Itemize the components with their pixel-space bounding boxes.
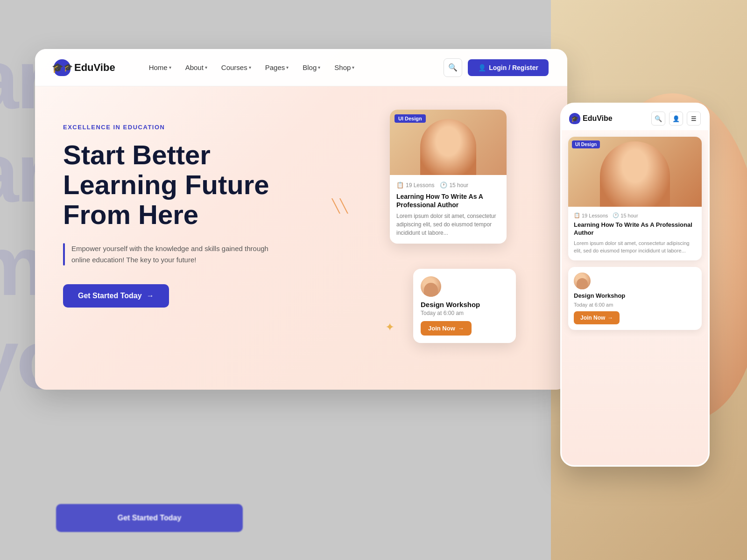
mobile-hours-meta: 🕐 15 hour [613, 212, 638, 218]
mobile-workshop-card: Design Workshop Today at 6:00 am Join No… [568, 267, 702, 330]
arrow-icon: → [458, 325, 464, 332]
hero-cards: ╲╲ ✦ UI Design 📋 19 Lessons 🕐 [287, 114, 544, 371]
hero-section: EXCELLENCE IN EDUCATION Start Better Lea… [35, 86, 567, 390]
chevron-down-icon: ▾ [205, 65, 207, 70]
mobile-content: UI Design 📋 19 Lessons 🕐 15 hour Learnin… [562, 130, 708, 336]
mobile-actions: 🔍 👤 ☰ [651, 112, 701, 126]
mobile-logo: 🎓 EduVibe [569, 113, 651, 124]
mobile-lessons-icon: 📋 [574, 212, 580, 218]
chevron-down-icon: ▾ [286, 65, 289, 70]
workshop-name: Design Workshop [421, 301, 508, 308]
course-card-image: UI Design [390, 110, 507, 175]
hours-meta: 🕐 15 hour [440, 182, 468, 189]
mobile-course-image: UI Design [568, 137, 702, 207]
search-button[interactable]: 🔍 [444, 58, 462, 77]
mobile-logo-icon: 🎓 [569, 113, 580, 124]
mobile-menu-button[interactable]: ☰ [687, 112, 701, 126]
logo-icon: 🎓 [54, 59, 70, 76]
mobile-course-person [600, 141, 670, 207]
hero-tag: EXCELLENCE IN EDUCATION [63, 124, 287, 131]
mobile-search-button[interactable]: 🔍 [651, 112, 665, 126]
nav-item-pages[interactable]: Pages ▾ [260, 61, 295, 74]
chevron-down-icon: ▾ [169, 65, 171, 70]
logo-text: EduVibe [74, 62, 115, 74]
course-card: UI Design 📋 19 Lessons 🕐 15 hour Learnin [390, 110, 507, 244]
chevron-down-icon: ▾ [318, 65, 320, 70]
mobile-logo-text: EduVibe [583, 114, 613, 123]
hero-quote-text: Empower yourself with the knowledge and … [71, 243, 287, 266]
mobile-course-badge: UI Design [572, 140, 600, 148]
course-meta: 📋 19 Lessons 🕐 15 hour [396, 182, 500, 189]
course-title: Learning How To Write As A Professional … [396, 192, 500, 209]
quote-bar [63, 243, 65, 266]
course-card-content: 📋 19 Lessons 🕐 15 hour Learning How To W… [390, 175, 507, 244]
course-person-image [420, 119, 476, 175]
nav-item-about[interactable]: About ▾ [180, 61, 213, 74]
mobile-course-title: Learning How To Write As A Professional … [574, 221, 696, 237]
mobile-join-now-button[interactable]: Join Now → [574, 311, 620, 324]
mobile-lessons-meta: 📋 19 Lessons [574, 212, 608, 218]
workshop-avatar [421, 276, 441, 297]
mobile-course-desc: Lorem ipsum dolor sit amet, consectetur … [574, 239, 696, 255]
mobile-workshop-avatar [574, 273, 591, 289]
nav-item-courses[interactable]: Courses ▾ [216, 61, 257, 74]
course-description: Lorem ipsum dolor sit amet, consectetur … [396, 212, 500, 237]
logo: 🎓 EduVibe [54, 59, 115, 76]
hero-content: EXCELLENCE IN EDUCATION Start Better Lea… [63, 114, 287, 371]
workshop-card: Design Workshop Today at 6:00 am Join No… [413, 269, 516, 343]
desktop-card: 🎓 EduVibe Home ▾ About ▾ Courses ▾ Pages… [35, 49, 567, 390]
mobile-course-card: UI Design 📋 19 Lessons 🕐 15 hour Learnin… [568, 137, 702, 260]
mobile-user-button[interactable]: 👤 [669, 112, 683, 126]
nav-links: Home ▾ About ▾ Courses ▾ Pages ▾ Blog ▾ … [143, 61, 444, 74]
navbar: 🎓 EduVibe Home ▾ About ▾ Courses ▾ Pages… [35, 49, 567, 86]
mobile-arrow-icon: → [607, 315, 613, 321]
lessons-meta: 📋 19 Lessons [396, 182, 434, 189]
cta-button[interactable]: Get Started Today → [63, 284, 169, 308]
workshop-time: Today at 6:00 am [421, 310, 508, 316]
course-badge: UI Design [395, 114, 426, 123]
hero-title: Start Better Learning Future From Here [63, 140, 287, 229]
mobile-card: 🎓 EduVibe 🔍 👤 ☰ UI Design 📋 19 Lessons [560, 103, 710, 467]
nav-item-blog[interactable]: Blog ▾ [297, 61, 326, 74]
nav-item-home[interactable]: Home ▾ [143, 61, 177, 74]
chevron-down-icon: ▾ [352, 65, 354, 70]
nav-actions: 🔍 👤 Login / Register [444, 58, 549, 77]
mobile-course-content: 📋 19 Lessons 🕐 15 hour Learning How To W… [568, 207, 702, 260]
mobile-clock-icon: 🕐 [613, 212, 619, 218]
decorative-lines: ╲╲ [332, 198, 348, 214]
nav-item-shop[interactable]: Shop ▾ [329, 61, 360, 74]
bg-cta-hint: Get Started Today [56, 504, 243, 532]
mobile-workshop-time: Today at 6:00 am [574, 302, 696, 308]
clock-icon: 🕐 [440, 182, 447, 189]
chevron-down-icon: ▾ [249, 65, 251, 70]
login-register-button[interactable]: 👤 Login / Register [468, 59, 549, 76]
arrow-icon: → [147, 292, 154, 300]
mobile-workshop-name: Design Workshop [574, 292, 696, 299]
mobile-course-meta: 📋 19 Lessons 🕐 15 hour [574, 212, 696, 218]
hero-quote: Empower yourself with the knowledge and … [63, 243, 287, 266]
mobile-navbar: 🎓 EduVibe 🔍 👤 ☰ [562, 104, 708, 130]
lessons-icon: 📋 [396, 182, 404, 189]
join-now-button[interactable]: Join Now → [421, 321, 472, 336]
decorative-cross: ✦ [385, 321, 395, 334]
user-icon: 👤 [478, 64, 486, 71]
